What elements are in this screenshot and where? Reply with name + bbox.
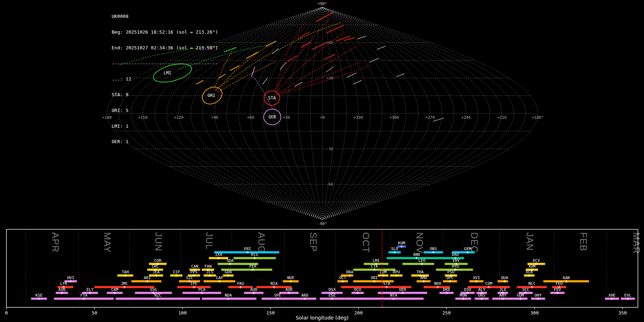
shower-label: EGE xyxy=(328,293,336,298)
shower-label: XUM xyxy=(528,264,536,269)
month-label: OCT xyxy=(361,232,371,253)
shower-label: HVI xyxy=(67,275,74,280)
shower-label: SSG xyxy=(150,287,157,292)
shower-label: HYD xyxy=(452,264,459,269)
session-end: End: 20251027 02:34:36 (sol = 213.58°) xyxy=(112,45,218,51)
shower-label: AND xyxy=(413,252,420,257)
shower-label: ORI xyxy=(371,275,378,280)
shower-label: ZCS xyxy=(206,270,213,274)
shower-label: AHY xyxy=(499,293,507,298)
shower-label: IIP xyxy=(173,270,180,274)
meteor-great-circle xyxy=(216,23,341,89)
equator-label: +0 xyxy=(320,115,325,120)
axis-tick-label: 50 xyxy=(92,310,97,316)
divider: -------------------------------------- xyxy=(112,61,218,67)
shower-label: JMC xyxy=(121,281,128,286)
equator-label: +30 xyxy=(283,115,290,120)
shower-bar-qua xyxy=(498,280,508,282)
shower-label: ECV xyxy=(533,258,540,263)
meteor-trail xyxy=(280,62,286,70)
meteor-trail xyxy=(325,54,335,59)
shower-label: CTA xyxy=(371,264,378,269)
count-sporadic: ...: 12 xyxy=(112,77,218,82)
meteor-trail xyxy=(263,78,268,84)
shower-label: TAH xyxy=(122,270,129,274)
shower-label: DKD xyxy=(443,287,450,292)
shower-label: JEA xyxy=(152,270,160,274)
radiant-label-sta: STA xyxy=(268,96,276,101)
month-label: MAY xyxy=(102,232,113,253)
shower-label: LEO xyxy=(418,258,425,263)
meteor-trail xyxy=(326,67,333,72)
latitude-label: -60 xyxy=(327,182,333,186)
meteor-trail xyxy=(433,118,444,121)
meteor-trail xyxy=(224,48,236,52)
month-label: SEP xyxy=(308,232,319,252)
shower-label: PAU xyxy=(237,281,244,286)
radiant-label-oer: OER xyxy=(268,114,276,119)
meteor-trail xyxy=(295,82,302,86)
shower-label: KUM xyxy=(398,241,405,245)
axis-tick-label: 0 xyxy=(5,310,8,316)
count-ori: ORI: 5 xyxy=(112,108,218,113)
shower-label: NUE xyxy=(287,275,294,280)
meteor-trail xyxy=(336,36,350,41)
shower-label: ERI xyxy=(244,247,251,251)
shower-label: SDA xyxy=(226,258,234,263)
shower-label: NTA xyxy=(390,293,397,298)
meteor-trail xyxy=(252,67,255,77)
shower-label: EHY xyxy=(453,258,460,263)
shower-label: PPS xyxy=(190,270,197,274)
meteor-trail xyxy=(266,41,276,46)
equator-label: +300 xyxy=(389,115,399,120)
shower-label: FAN xyxy=(204,264,211,269)
shower-label: SZC xyxy=(186,275,193,280)
meteor-great-circle xyxy=(275,23,305,91)
shower-label: RPU xyxy=(393,270,400,274)
meteor-trail xyxy=(312,43,327,49)
shower-label: ARD xyxy=(301,293,308,298)
axis-tick-label: 150 xyxy=(266,310,274,316)
shower-label: FED xyxy=(556,281,563,286)
shower-label: NIA xyxy=(270,281,278,286)
shower-label: STA xyxy=(383,281,390,286)
shower-label: XCB xyxy=(526,270,533,274)
meteor-trail xyxy=(230,66,239,70)
shower-label: PCA xyxy=(198,287,205,292)
shower-label: URS xyxy=(478,293,485,298)
shower-label: NZC xyxy=(154,293,161,298)
axis-tick-label: 300 xyxy=(530,310,538,316)
count-oer: OER: 1 xyxy=(112,139,218,145)
chart-frame xyxy=(6,229,638,307)
shower-label: OER xyxy=(399,287,406,292)
shower-label: DPC xyxy=(447,275,454,280)
month-label: APR xyxy=(50,232,61,252)
equator-label: +180 xyxy=(102,115,112,120)
grid-meridian xyxy=(322,7,334,220)
shower-label: FEV xyxy=(554,287,561,292)
shower-bar-leo xyxy=(402,263,434,265)
shower-label: COM xyxy=(485,281,492,286)
shower-label: LUM xyxy=(380,270,387,274)
count-sta: STA: 9 xyxy=(112,92,218,98)
pole-label-south: -90° xyxy=(318,221,327,226)
shower-label: XHE xyxy=(609,293,616,298)
axis-tick-label: 350 xyxy=(618,310,626,316)
axis-tick-label: 200 xyxy=(354,310,362,316)
shower-label: AMO xyxy=(420,275,427,280)
shower-label: SCC xyxy=(522,287,529,292)
shower-label: OCU xyxy=(354,287,361,292)
meteor-great-circle xyxy=(218,62,276,92)
shower-label: DRA xyxy=(346,270,353,274)
shower-label: OHY xyxy=(535,293,542,298)
shower-label: GUM xyxy=(517,293,524,298)
session-begin: Beg: 20251026 18:52:16 (sol = 213.26°) xyxy=(112,30,218,35)
shower-label: AUD xyxy=(250,287,257,292)
axis-tick-label: 100 xyxy=(178,310,186,316)
station-id: UK0008 xyxy=(112,14,218,19)
shower-label: XVI xyxy=(473,275,480,280)
meteor-trail xyxy=(377,46,385,49)
shower-label: DSX xyxy=(328,287,336,292)
month-label: JAN xyxy=(525,232,535,251)
equator-label: +270 xyxy=(425,115,435,120)
